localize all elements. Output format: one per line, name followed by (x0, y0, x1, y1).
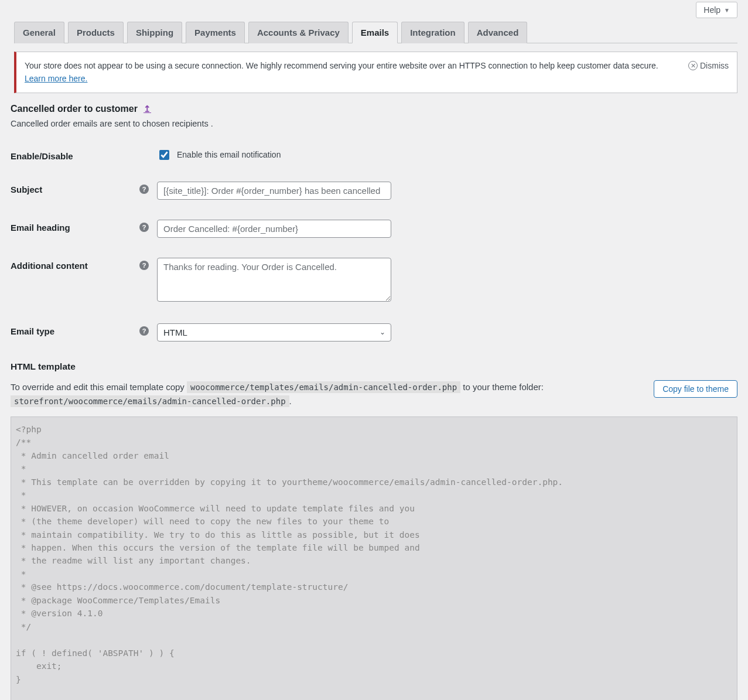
tab-shipping[interactable]: Shipping (127, 22, 182, 43)
enable-checkbox[interactable] (159, 150, 169, 160)
tab-integration[interactable]: Integration (401, 22, 464, 43)
dismiss-label: Dismiss (700, 59, 729, 72)
https-warning-notice: Your store does not appear to be using a… (14, 52, 737, 93)
heading-input[interactable] (157, 220, 391, 238)
tab-emails[interactable]: Emails (352, 22, 398, 43)
copy-file-button[interactable]: Copy file to theme (654, 380, 737, 398)
heading-label: Email heading (11, 223, 70, 233)
help-icon[interactable]: ? (139, 223, 149, 232)
subject-label: Subject (11, 185, 42, 194)
help-icon[interactable]: ? (139, 326, 149, 336)
tab-advanced[interactable]: Advanced (468, 22, 528, 43)
enable-checkbox-label[interactable]: Enable this email notification (177, 150, 281, 159)
template-code-textarea[interactable] (11, 416, 737, 700)
tab-payments[interactable]: Payments (186, 22, 245, 43)
notice-learn-more-link[interactable]: Learn more here. (25, 74, 87, 83)
template-dest-path: storefront/woocommerce/emails/admin-canc… (11, 395, 289, 407)
caret-down-icon: ▼ (724, 7, 730, 13)
back-arrow-icon[interactable]: ↥ (144, 104, 151, 114)
template-source-path: woocommerce/templates/emails/admin-cance… (187, 381, 460, 393)
help-icon[interactable]: ? (139, 261, 149, 270)
page-title-text: Cancelled order to customer (11, 104, 138, 114)
html-template-heading: HTML template (11, 361, 737, 372)
page-title: Cancelled order to customer ↥ (11, 104, 737, 114)
tab-accounts-privacy[interactable]: Accounts & Privacy (248, 22, 349, 43)
page-description: Cancelled order emails are sent to chose… (11, 119, 737, 128)
close-circle-icon: ✕ (688, 61, 698, 70)
help-button-label: Help (703, 5, 720, 15)
notice-text: Your store does not appear to be using a… (25, 61, 658, 70)
subject-input[interactable] (157, 182, 391, 200)
additional-content-textarea[interactable] (157, 258, 391, 302)
help-icon[interactable]: ? (139, 185, 149, 194)
tab-general[interactable]: General (14, 22, 64, 43)
template-override-text: To override and edit this email template… (11, 380, 544, 408)
additional-content-label: Additional content (11, 261, 88, 271)
tab-products[interactable]: Products (68, 22, 124, 43)
help-button[interactable]: Help ▼ (696, 2, 737, 18)
dismiss-button[interactable]: ✕ Dismiss (688, 59, 729, 72)
settings-tabs: GeneralProductsShippingPaymentsAccounts … (14, 22, 737, 43)
email-type-label: Email type (11, 326, 54, 336)
email-type-select[interactable]: HTML (157, 323, 391, 342)
enable-label: Enable/Disable (11, 151, 73, 161)
